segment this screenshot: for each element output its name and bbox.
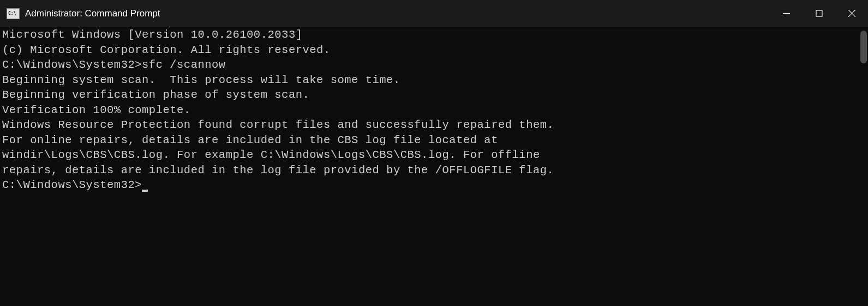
command-text: sfc /scannow — [142, 58, 226, 71]
output-line: Beginning verification phase of system s… — [2, 87, 868, 103]
window-title: Administrator: Command Prompt — [25, 8, 160, 19]
output-line: Windows Resource Protection found corrup… — [2, 117, 868, 133]
titlebar-left: Administrator: Command Prompt — [7, 8, 160, 19]
minimize-icon — [783, 10, 790, 17]
terminal-output[interactable]: Microsoft Windows [Version 10.0.26100.20… — [0, 27, 868, 306]
window-controls — [770, 0, 868, 27]
output-line: Beginning system scan. This process will… — [2, 73, 868, 88]
output-line: For online repairs, details are included… — [2, 133, 868, 148]
scrollbar-track[interactable] — [858, 27, 868, 306]
close-button[interactable] — [835, 0, 868, 27]
close-icon — [848, 10, 855, 17]
maximize-button[interactable] — [803, 0, 835, 27]
output-line: Microsoft Windows [Version 10.0.26100.20… — [2, 27, 868, 43]
cursor — [142, 190, 148, 192]
cmd-prompt-icon — [7, 8, 20, 19]
output-line: windir\Logs\CBS\CBS.log. For example C:\… — [2, 148, 868, 163]
minimize-button[interactable] — [770, 0, 803, 27]
svg-rect-1 — [816, 10, 822, 16]
output-line: Verification 100% complete. — [2, 103, 868, 118]
maximize-icon — [816, 10, 823, 17]
prompt-path: C:\Windows\System32> — [2, 58, 142, 71]
prompt-line: C:\Windows\System32> — [2, 178, 868, 193]
output-line: repairs, details are included in the log… — [2, 163, 868, 178]
titlebar[interactable]: Administrator: Command Prompt — [0, 0, 868, 27]
prompt-path: C:\Windows\System32> — [2, 179, 142, 191]
scrollbar-thumb[interactable] — [860, 31, 867, 63]
prompt-command-line: C:\Windows\System32>sfc /scannow — [2, 57, 868, 73]
output-line: (c) Microsoft Corporation. All rights re… — [2, 43, 868, 58]
